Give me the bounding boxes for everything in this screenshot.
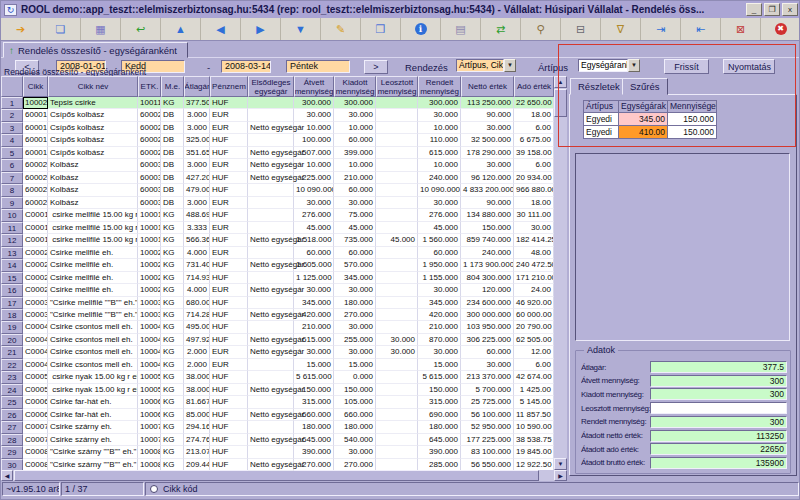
table-row[interactable]: 17 C0003 "Csirke mellfilé ""B"" eh." 100… (1, 297, 554, 309)
table-row[interactable]: 27 C0007 Csirke szárny eh. 10007 KG 294.… (1, 421, 554, 433)
vertical-scroll-thumb[interactable] (554, 89, 567, 117)
scroll-left-icon[interactable]: ◀ (1, 470, 13, 481)
horizontal-scroll-thumb[interactable] (14, 470, 539, 481)
print-icon[interactable]: ⊟ (561, 18, 601, 40)
table-row[interactable]: 28 C0007 Csirke szárny eh. 10007 KG 274.… (1, 434, 554, 446)
import-table-icon[interactable]: ⇤ (681, 18, 721, 40)
scroll-down-icon[interactable]: ▼ (554, 458, 567, 470)
rendezes-dropdown-arrow-icon[interactable]: ▼ (504, 59, 516, 72)
table-horizontal-scrollbar[interactable]: ◀ ▶ (1, 470, 567, 481)
table-row[interactable]: 19 C0004 Csirke csontos mell eh. 10004 K… (1, 321, 554, 333)
column-header[interactable]: Adó érték (514, 76, 554, 97)
column-header[interactable]: Leosztott mennyiség (376, 76, 418, 97)
document-icon[interactable]: ❒ (361, 18, 401, 40)
column-header[interactable]: Átlagár (184, 76, 210, 97)
column-header[interactable]: Átvett mennyiség (294, 76, 334, 97)
table-row[interactable]: 11 C0001 csirke mellfilé 15.00 kg r eh 1… (1, 222, 554, 234)
tab-rendeles-osszesito[interactable]: ↑ Rendelés összesítő - egységáranként (3, 42, 188, 58)
column-header[interactable]: Cikk név (48, 76, 138, 97)
cell-kiadott-mennyiseg: 75.000 (334, 209, 376, 221)
table-row[interactable]: 2 60001 Csípős kolbász 60002 DB 3.000 EU… (1, 109, 554, 121)
scroll-up-icon[interactable]: ▲ (554, 76, 567, 88)
artipus-dropdown-arrow-icon[interactable]: ▼ (628, 59, 640, 72)
table-row[interactable]: 26 C0006 Csirke far-hát eh. 10006 KG 85.… (1, 409, 554, 421)
table-row[interactable]: 18 C0003 "Csirke mellfilé ""B"" eh." 100… (1, 309, 554, 321)
table-row[interactable]: 14 C0002 Csirke mellfilé eh. 10002 KG 73… (1, 259, 554, 271)
rendezes-dropdown[interactable]: Ártípus, Cikk ▼ (456, 59, 516, 74)
table-row[interactable]: 6 60002 Kolbász 60003 DB 3.000 EUR Nettó… (1, 159, 554, 171)
next-period-button[interactable]: > (364, 60, 388, 74)
table-row[interactable]: 12 C0001 csirke mellfilé 15.00 kg r eh 1… (1, 234, 554, 246)
undo-icon[interactable]: ↩ (121, 18, 161, 40)
search-icon[interactable]: ⚲ (521, 18, 561, 40)
cell-elsodleges-egysegar: Nettó egységár (248, 346, 294, 358)
table-row[interactable]: 13 C0002 Csirke mellfilé eh. 10002 KG 4.… (1, 247, 554, 259)
scroll-right-icon[interactable]: ▶ (554, 470, 567, 481)
column-header[interactable]: ETK. (138, 76, 161, 97)
column-header[interactable]: Kiadott mennyiség (334, 76, 376, 97)
table-row[interactable]: 10 C0001 csirke mellfilé 15.00 kg r eh 1… (1, 209, 554, 221)
info-icon[interactable]: ℹ (401, 18, 441, 40)
tab-reszletek[interactable]: Részletek (570, 78, 628, 95)
clean-icon[interactable]: ∇ (601, 18, 641, 40)
refresh-button[interactable]: Frissít (664, 59, 709, 74)
cell-cikk: C0003 (23, 309, 48, 321)
shortcut-icon[interactable]: ➔ (1, 18, 41, 40)
cell-cikk-nev: Csirke mellfilé eh. (48, 247, 138, 259)
table-row[interactable]: 1 10002 Tepsis csirke 10011 KG 377.500 H… (1, 97, 554, 109)
table-row[interactable]: 15 C0002 Csirke mellfilé eh. 10002 KG 71… (1, 272, 554, 284)
table-row[interactable]: 22 C0004 Csirke csontos mell eh. 10004 K… (1, 359, 554, 371)
artipus-dropdown[interactable]: Egységáranként ▼ (578, 59, 640, 74)
exit-icon[interactable]: ✖ (761, 18, 800, 40)
column-header[interactable]: M.e. (161, 76, 184, 97)
cell-me: KG (161, 421, 184, 433)
cell-etk: 60002 (138, 134, 161, 146)
sync-icon[interactable]: ⇄ (481, 18, 521, 40)
row-number: 7 (1, 172, 23, 184)
table-row[interactable]: 25 C0006 Csirke far-hát eh. 10006 KG 81.… (1, 396, 554, 408)
open-folder-icon[interactable]: ❏ (41, 18, 81, 40)
table-row[interactable]: 29 C0008 "Csirke szárny ""B"" eh." 10008… (1, 446, 554, 458)
nav-down-icon[interactable]: ▼ (281, 18, 321, 40)
nav-left-icon[interactable]: ◀ (201, 18, 241, 40)
nav-up-icon[interactable]: ▲ (161, 18, 201, 40)
cell-cikk: C0005 (23, 371, 48, 383)
cell-cikk-nev: Csirke mellfilé eh. (48, 259, 138, 271)
book-icon[interactable]: ▤ (441, 18, 481, 40)
edit-icon[interactable]: ✎ (321, 18, 361, 40)
table-row[interactable]: 5 60001 Csípős kolbász 60002 DB 351.657 … (1, 147, 554, 159)
column-header[interactable]: Elsődleges egységár (248, 76, 294, 97)
table-row[interactable]: 9 60002 Kolbász 60003 DB 3.000 EUR 30.00… (1, 197, 554, 209)
price-grid-row[interactable]: Egyedi 410.00 150.000 (584, 126, 717, 139)
table-vertical-scrollbar[interactable]: ▲ ▼ (554, 76, 567, 470)
day-to-field[interactable]: Péntek (286, 60, 350, 73)
table-row[interactable]: 21 C0004 Csirke csontos mell eh. 10004 K… (1, 346, 554, 358)
cikk-kod-radio[interactable] (150, 485, 158, 493)
export-table-icon[interactable]: ⇥ (641, 18, 681, 40)
column-header[interactable]: Cikk (23, 76, 48, 97)
cell-ado-ertek: 11 857.50 (514, 409, 554, 421)
table-row[interactable]: 3 60001 Csípős kolbász 60002 DB 3.000 EU… (1, 122, 554, 134)
details-list-area[interactable] (575, 153, 790, 341)
table-row[interactable]: 16 C0002 Csirke mellfilé eh. 10002 KG 4.… (1, 284, 554, 296)
column-header[interactable]: Pénznem (210, 76, 248, 97)
table-row[interactable]: 4 60001 Csípős kolbász 60002 DB 325.000 … (1, 134, 554, 146)
minimize-button[interactable]: _ (746, 3, 762, 16)
table-row[interactable]: 8 60002 Kolbász 60003 DB 479.009 HUF 10 … (1, 184, 554, 196)
close-button[interactable]: x (782, 3, 798, 16)
cell-cikk: C0001 (23, 209, 48, 221)
print-button[interactable]: Nyomtatás (723, 59, 775, 74)
table-row[interactable]: 20 C0004 Csirke csontos mell eh. 10004 K… (1, 334, 554, 346)
table-row[interactable]: 23 C0005 csirke nyak 15.00 kg r eh 10005… (1, 371, 554, 383)
column-header[interactable]: Nettó érték (461, 76, 514, 97)
report-icon[interactable]: ⊠ (721, 18, 761, 40)
table-row[interactable]: 7 60002 Kolbász 60003 DB 427.200 HUF Net… (1, 172, 554, 184)
save-icon[interactable]: ▦ (81, 18, 121, 40)
nav-right-icon[interactable]: ▶ (241, 18, 281, 40)
price-grid-row[interactable]: Egyedi 345.00 150.000 (584, 113, 717, 126)
tab-szures[interactable]: Szűrés (622, 78, 668, 95)
date-to-field[interactable]: 2008-03-14 (221, 60, 271, 73)
table-row[interactable]: 24 C0005 csirke nyak 15.00 kg r eh 10005… (1, 384, 554, 396)
restore-button[interactable]: ❐ (764, 3, 780, 16)
column-header[interactable]: Rendelt mennyiség (418, 76, 461, 97)
